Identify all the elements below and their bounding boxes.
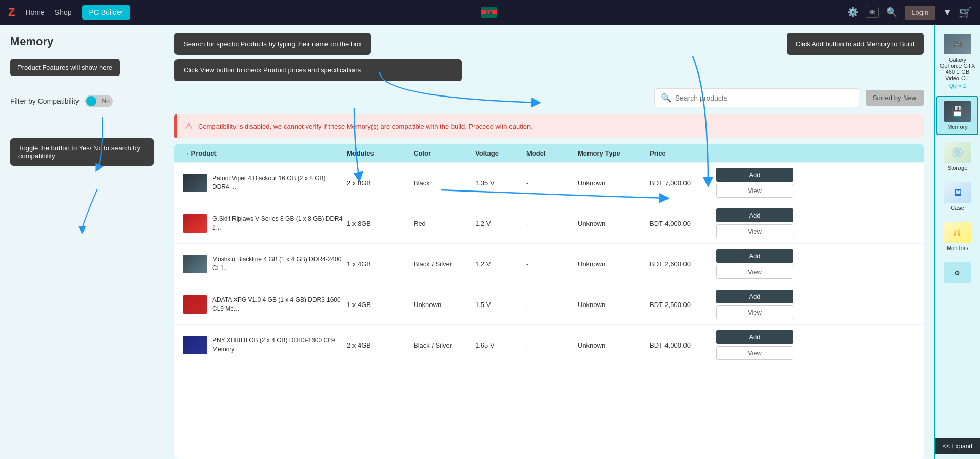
table-row: PNY XLR8 8 GB (2 x 4 GB) DDR3-1600 CL9 M…	[174, 324, 924, 365]
view-tooltip-row: Click View button to check Product price…	[164, 55, 934, 81]
col-modules: Modules	[347, 149, 414, 157]
modules-cell: 1 x 4GB	[347, 301, 414, 309]
add-button[interactable]: Add	[716, 330, 793, 344]
search-row: 🔍 Sorted by New	[164, 81, 934, 114]
cart-icon[interactable]: 🛒	[959, 6, 972, 18]
nav-shop[interactable]: Shop	[55, 8, 72, 16]
product-image	[183, 214, 207, 233]
add-button[interactable]: Add	[716, 290, 793, 303]
top-tooltips-row: Search for specific Products by typing t…	[164, 25, 934, 55]
price-cell: BDT 4,000.00	[650, 341, 716, 349]
col-memtype: Memory Type	[578, 149, 650, 157]
left-panel: Memory Product Features will show here F…	[0, 25, 164, 459]
memory-type-cell: Unknown	[578, 260, 650, 268]
search-box: 🔍	[654, 88, 859, 107]
flag-icon: 🇧🇩	[481, 7, 497, 18]
main-layout: Memory Product Features will show here F…	[0, 25, 980, 459]
product-image	[183, 174, 207, 192]
table-row: G.Skill Ripjaws V Series 8 GB (1 x 8 GB)…	[174, 203, 924, 243]
color-cell: Red	[414, 220, 475, 227]
add-button[interactable]: Add	[716, 208, 793, 222]
product-image	[183, 336, 207, 354]
price-cell: BDT 7,000.00	[650, 179, 716, 187]
settings-icon[interactable]: ⚙️	[847, 7, 858, 18]
memory-type-cell: Unknown	[578, 301, 650, 309]
table-row: Patriot Viper 4 Blackout 16 GB (2 x 8 GB…	[174, 162, 924, 203]
add-button[interactable]: Add	[716, 249, 793, 263]
sidebar-item-memory[interactable]: 💾 Memory	[936, 96, 978, 135]
product-name: G.Skill Ripjaws V Series 8 GB (1 x 8 GB)…	[212, 215, 347, 232]
action-cell: Add View	[716, 208, 793, 238]
sidebar-item-memory-label: Memory	[947, 124, 968, 130]
memory-type-cell: Unknown	[578, 341, 650, 349]
center-panel: Search for specific Products by typing t…	[164, 25, 934, 459]
add-button[interactable]: Add	[716, 168, 793, 182]
modules-cell: 1 x 4GB	[347, 260, 414, 268]
right-sidebar: 🎮 Galaxy GeForce GTX 460 1 GB Video C...…	[934, 25, 980, 459]
memory-thumbnail: 💾	[944, 101, 971, 122]
modules-cell: 1 x 8GB	[347, 220, 414, 227]
gpu-qty: Qty × 2	[949, 83, 966, 89]
language-selector[interactable]: বাং	[866, 7, 879, 18]
product-cell: Patriot Viper 4 Blackout 16 GB (2 x 8 GB…	[183, 174, 347, 192]
view-button[interactable]: View	[716, 346, 793, 360]
product-name: ADATA XPG V1.0 4 GB (1 x 4 GB) DDR3-1600…	[212, 296, 347, 313]
page-title: Memory	[10, 35, 154, 48]
sidebar-item-gpu-label: Galaxy GeForce GTX 460 1 GB Video C...	[939, 56, 975, 81]
col-voltage: Voltage	[475, 149, 526, 157]
view-button[interactable]: View	[716, 265, 793, 279]
expand-button[interactable]: << Expand	[935, 438, 980, 454]
sidebar-item-gpu[interactable]: 🎮 Galaxy GeForce GTX 460 1 GB Video C...…	[936, 30, 978, 93]
view-tooltip: Click View button to check Product price…	[174, 59, 462, 81]
model-cell: -	[526, 260, 578, 268]
product-name: Mushkin Blackline 4 GB (1 x 4 GB) DDR4-2…	[212, 255, 347, 273]
voltage-cell: 1.2 V	[475, 260, 526, 268]
product-name: PNY XLR8 8 GB (2 x 4 GB) DDR3-1600 CL9 M…	[212, 336, 347, 354]
voltage-cell: 1.35 V	[475, 179, 526, 187]
price-cell: BDT 4,000.00	[650, 220, 716, 227]
compatibility-toggle[interactable]: No	[85, 95, 113, 107]
product-cell: PNY XLR8 8 GB (2 x 4 GB) DDR3-1600 CL9 M…	[183, 336, 347, 354]
model-cell: -	[526, 179, 578, 187]
sidebar-item-monitors[interactable]: 🖨 Monitors	[936, 218, 978, 255]
sidebar-item-case[interactable]: 🖥 Case	[936, 178, 978, 215]
action-cell: Add View	[716, 249, 793, 279]
col-model: Model	[526, 149, 578, 157]
sort-button[interactable]: Sorted by New	[866, 90, 924, 106]
price-cell: BDT 2,500.00	[650, 301, 716, 309]
sidebar-item-case-label: Case	[951, 205, 964, 211]
sidebar-item-storage[interactable]: 💿 Storage	[936, 138, 978, 175]
memory-type-cell: Unknown	[578, 220, 650, 227]
product-image	[183, 295, 207, 314]
login-button[interactable]: Login	[905, 6, 935, 20]
view-button[interactable]: View	[716, 305, 793, 319]
voltage-cell: 1.2 V	[475, 220, 526, 227]
search-icon[interactable]: 🔍	[886, 7, 897, 18]
search-input[interactable]	[675, 94, 853, 102]
storage-thumbnail: 💿	[944, 142, 971, 163]
case-thumbnail: 🖥	[944, 182, 971, 203]
gpu-thumbnail: 🎮	[944, 34, 971, 54]
toggle-tooltip: Toggle the button to Yes/ No to search b…	[10, 138, 154, 166]
navbar-right: ⚙️ বাং 🔍 Login ▼ 🛒	[847, 6, 972, 20]
dropdown-icon[interactable]: ▼	[943, 7, 952, 18]
color-cell: Black	[414, 179, 475, 187]
product-name: Patriot Viper 4 Blackout 16 GB (2 x 8 GB…	[212, 174, 347, 192]
model-cell: -	[526, 301, 578, 309]
product-cell: Mushkin Blackline 4 GB (1 x 4 GB) DDR4-2…	[183, 255, 347, 273]
logo: Z	[8, 6, 15, 19]
warning-text: Compatibility is disabled, we cannot ver…	[198, 123, 533, 130]
view-button[interactable]: View	[716, 224, 793, 238]
memory-type-cell: Unknown	[578, 179, 650, 187]
table-row: Mushkin Blackline 4 GB (1 x 4 GB) DDR4-2…	[174, 243, 924, 284]
view-button[interactable]: View	[716, 184, 793, 198]
table-header: → Product Modules Color Voltage Model Me…	[174, 144, 924, 162]
modules-cell: 2 x 4GB	[347, 341, 414, 349]
add-tooltip: Click Add button to add Memory to Build	[787, 33, 924, 55]
color-cell: Black / Silver	[414, 260, 475, 268]
modules-cell: 2 x 8GB	[347, 179, 414, 187]
sidebar-item-more[interactable]: ⚙	[936, 258, 978, 287]
nav-pcbuilder[interactable]: PC Builder	[82, 5, 131, 20]
voltage-cell: 1.5 V	[475, 301, 526, 309]
nav-home[interactable]: Home	[25, 8, 44, 16]
